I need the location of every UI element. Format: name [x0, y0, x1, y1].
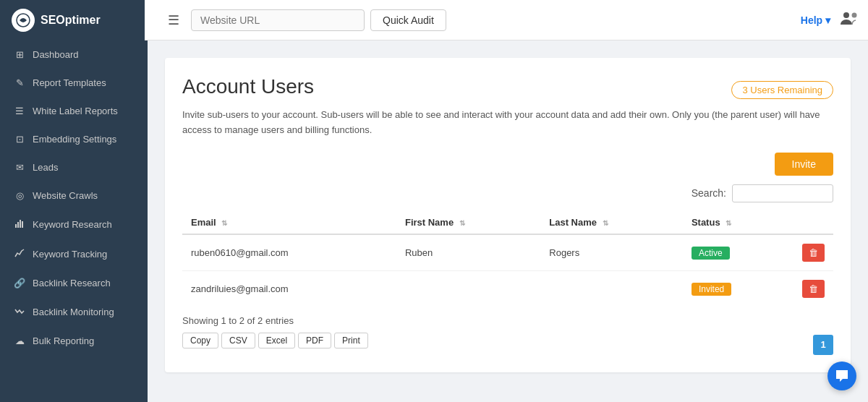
export-pdf-button[interactable]: PDF — [298, 333, 331, 348]
sidebar-item-leads[interactable]: ✉ Leads — [0, 153, 148, 181]
user-status: Invited — [683, 270, 790, 307]
user-first-name — [396, 270, 540, 307]
user-actions: 🗑 — [790, 270, 833, 307]
users-table: Email ⇅ First Name ⇅ Last Name ⇅ Statu — [182, 211, 833, 307]
col-actions — [790, 211, 833, 234]
sidebar-item-report-templates[interactable]: ✎ Report Templates — [0, 69, 148, 97]
bulk-reporting-icon: ☁ — [14, 335, 25, 346]
sidebar-item-label: Bulk Reporting — [33, 335, 94, 346]
status-badge: Invited — [692, 283, 731, 296]
user-status: Active — [683, 234, 790, 271]
search-row: Search: — [182, 184, 833, 202]
report-templates-icon: ✎ — [14, 77, 25, 88]
chat-bubble[interactable] — [827, 362, 856, 390]
sidebar: ⊞ Dashboard ✎ Report Templates ☰ White L… — [0, 40, 148, 402]
kw-research-icon — [14, 218, 25, 231]
svg-point-2 — [852, 13, 857, 18]
sidebar-item-label: Keyword Tracking — [33, 249, 107, 260]
sidebar-item-label: Website Crawls — [33, 190, 98, 201]
backlink-research-icon: 🔗 — [14, 278, 25, 288]
page-header: Account Users 3 Users Remaining — [182, 75, 833, 99]
logo-icon — [12, 9, 35, 32]
sidebar-item-label: White Label Reports — [33, 106, 118, 116]
users-icon[interactable] — [839, 10, 859, 30]
export-csv-button[interactable]: CSV — [221, 333, 255, 348]
status-sort-icon[interactable]: ⇅ — [726, 219, 731, 227]
sidebar-item-keyword-research[interactable]: Keyword Research — [0, 210, 148, 239]
sidebar-item-keyword-tracking[interactable]: Keyword Tracking — [0, 239, 148, 269]
delete-button[interactable]: 🗑 — [802, 280, 825, 298]
export-copy-button[interactable]: Copy — [182, 333, 218, 348]
export-print-button[interactable]: Print — [334, 333, 368, 348]
white-label-icon: ☰ — [14, 106, 25, 116]
sidebar-item-label: Keyword Research — [33, 219, 112, 230]
hamburger-menu[interactable]: ☰ — [162, 9, 185, 31]
backlink-monitoring-icon — [14, 306, 25, 318]
logo: SEOptimer — [0, 0, 145, 40]
svg-rect-3 — [15, 224, 17, 228]
sidebar-item-label: Backlink Monitoring — [33, 307, 114, 317]
svg-point-1 — [843, 12, 849, 18]
sidebar-item-label: Backlink Research — [33, 278, 111, 288]
embedding-icon: ⊡ — [14, 134, 25, 145]
invite-row: Invite — [182, 153, 833, 176]
page-1-button[interactable]: 1 — [813, 335, 833, 355]
logo-text: SEOptimer — [41, 14, 101, 27]
page-title: Account Users — [182, 75, 314, 98]
sidebar-item-label: Dashboard — [33, 49, 79, 60]
pagination-row: 1 — [813, 335, 833, 355]
sidebar-item-embedding[interactable]: ⊡ Embedding Settings — [0, 125, 148, 153]
search-input[interactable] — [732, 184, 833, 202]
page-description: Invite sub-users to your account. Sub-us… — [182, 108, 833, 138]
svg-rect-6 — [22, 221, 23, 228]
dashboard-icon: ⊞ — [14, 49, 25, 60]
user-actions: 🗑 — [790, 234, 833, 271]
invite-button[interactable]: Invite — [775, 153, 833, 176]
col-email: Email ⇅ — [182, 211, 396, 234]
status-badge: Active — [692, 247, 730, 260]
sidebar-item-backlink-research[interactable]: 🔗 Backlink Research — [0, 269, 148, 297]
export-buttons: CopyCSVExcelPDFPrint — [182, 333, 368, 348]
email-sort-icon[interactable]: ⇅ — [221, 219, 227, 227]
sidebar-item-dashboard[interactable]: ⊞ Dashboard — [0, 40, 148, 69]
export-excel-button[interactable]: Excel — [258, 333, 295, 348]
kw-tracking-icon — [14, 248, 25, 260]
sidebar-item-backlink-monitoring[interactable]: Backlink Monitoring — [0, 297, 148, 327]
quick-audit-button[interactable]: Quick Audit — [370, 9, 446, 31]
sidebar-item-label: Embedding Settings — [33, 134, 116, 145]
delete-button[interactable]: 🗑 — [802, 244, 825, 262]
sidebar-item-white-label[interactable]: ☰ White Label Reports — [0, 97, 148, 125]
sidebar-item-website-crawls[interactable]: ◎ Website Crawls — [0, 181, 148, 210]
table-row: zandriluies@gmail.com Invited 🗑 — [182, 270, 833, 307]
col-status: Status ⇅ — [683, 211, 790, 234]
user-email: ruben0610@gmail.com — [182, 234, 396, 271]
table-row: ruben0610@gmail.com Ruben Rogers Active … — [182, 234, 833, 271]
svg-rect-4 — [17, 222, 19, 228]
url-input[interactable] — [191, 9, 365, 31]
main-content: Account Users 3 Users Remaining Invite s… — [148, 40, 868, 402]
user-email: zandriluies@gmail.com — [182, 270, 396, 307]
lastname-sort-icon[interactable]: ⇅ — [603, 219, 608, 227]
crawls-icon: ◎ — [14, 190, 25, 201]
col-last-name: Last Name ⇅ — [540, 211, 683, 234]
user-last-name: Rogers — [540, 234, 683, 271]
user-first-name: Ruben — [396, 234, 540, 271]
showing-text: Showing 1 to 2 of 2 entries — [182, 315, 833, 326]
svg-rect-5 — [20, 220, 21, 228]
users-remaining-badge: 3 Users Remaining — [731, 81, 833, 99]
user-last-name — [540, 270, 683, 307]
search-label: Search: — [692, 187, 726, 199]
sidebar-item-bulk-reporting[interactable]: ☁ Bulk Reporting — [0, 327, 148, 355]
content-card: Account Users 3 Users Remaining Invite s… — [165, 58, 851, 372]
col-first-name: First Name ⇅ — [396, 211, 540, 234]
leads-icon: ✉ — [14, 162, 25, 173]
firstname-sort-icon[interactable]: ⇅ — [459, 219, 465, 227]
help-button[interactable]: Help ▾ — [801, 14, 830, 26]
sidebar-item-label: Leads — [33, 162, 58, 173]
sidebar-item-label: Report Templates — [33, 77, 106, 88]
